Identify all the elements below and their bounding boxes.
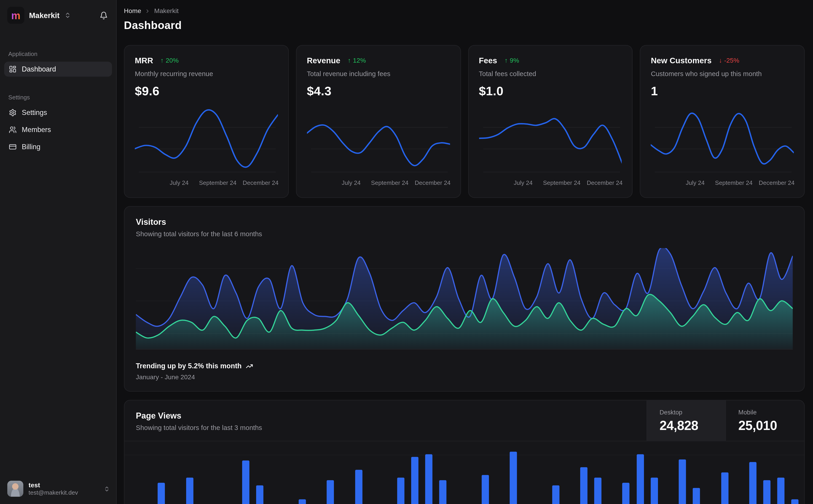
stat-card-fees: Fees ↑9% Total fees collected $1.0 July … <box>468 45 633 198</box>
stat-subtitle: Monthly recurring revenue <box>135 70 278 78</box>
bar <box>327 480 334 504</box>
sparkline-chart <box>651 103 794 175</box>
bar <box>256 485 264 504</box>
bar <box>651 477 658 504</box>
section-label-settings: Settings <box>0 94 116 101</box>
chevrons-up-down-icon[interactable] <box>64 12 71 19</box>
bars-container <box>130 441 799 504</box>
main-content: Home Makerkit Dashboard MRR ↑20% Monthly… <box>117 0 813 504</box>
user-menu[interactable]: test test@makerkit.dev <box>0 475 116 504</box>
nav-settings: Settings Members Billing <box>0 105 116 154</box>
arrow-down-icon: ↓ <box>719 57 722 64</box>
stat-card-new-customers: New Customers ↓-25% Customers who signed… <box>640 45 805 198</box>
stat-delta-up: ↑9% <box>504 57 519 64</box>
bar <box>580 467 587 504</box>
bar <box>299 499 306 504</box>
bar <box>425 454 433 504</box>
users-icon <box>9 126 17 134</box>
sparkline-x-axis: July 24September 24December 24 <box>307 180 450 189</box>
toggle-mobile[interactable]: Mobile 25,010 <box>725 401 804 441</box>
stat-title: MRR <box>135 56 153 65</box>
sidebar-item-members[interactable]: Members <box>4 122 112 137</box>
bar <box>623 483 630 504</box>
breadcrumb: Home Makerkit <box>124 7 805 15</box>
sidebar-item-label: Settings <box>22 109 47 117</box>
bar <box>721 472 728 504</box>
arrow-up-icon: ↑ <box>160 57 163 64</box>
workspace-name: Makerkit <box>29 11 59 19</box>
stat-delta-up: ↑20% <box>160 57 178 64</box>
bar <box>510 452 517 504</box>
page-views-panel: Page Views Showing total visitors for th… <box>124 400 805 504</box>
sparkline-x-axis: July 24September 24December 24 <box>651 180 794 189</box>
user-email: test@makerkit.dev <box>29 490 78 496</box>
app-root: m Makerkit Application Dashboard Setting… <box>0 0 813 504</box>
bar <box>186 477 193 504</box>
bar <box>763 480 770 504</box>
bar <box>792 499 799 504</box>
page-title: Dashboard <box>124 19 805 32</box>
breadcrumb-home[interactable]: Home <box>124 7 141 15</box>
bar <box>679 459 686 504</box>
bar <box>482 475 489 504</box>
page-views-title: Page Views <box>136 411 635 421</box>
sidebar-item-billing[interactable]: Billing <box>4 139 112 154</box>
desktop-value: 24,828 <box>660 418 725 433</box>
gear-icon <box>9 109 17 117</box>
bar <box>777 477 785 504</box>
toggle-desktop[interactable]: Desktop 24,828 <box>647 401 725 441</box>
avatar <box>7 481 23 497</box>
sidebar: m Makerkit Application Dashboard Setting… <box>0 0 117 504</box>
bar <box>749 462 757 504</box>
breadcrumb-current: Makerkit <box>154 7 178 15</box>
stat-card-revenue: Revenue ↑12% Total revenue including fee… <box>296 45 461 198</box>
sparkline-x-axis: July 24September 24December 24 <box>135 180 278 189</box>
sparkline-chart <box>479 103 622 175</box>
stat-subtitle: Total revenue including fees <box>307 70 450 78</box>
visitors-panel: Visitors Showing total visitors for the … <box>124 206 805 392</box>
sparkline-chart <box>307 103 450 175</box>
visitors-subtitle: Showing total visitors for the last 6 mo… <box>136 230 793 238</box>
chevrons-up-down-icon <box>104 486 110 492</box>
visitors-trend-line: Trending up by 5.2% this month <box>136 362 793 370</box>
bar <box>594 477 602 504</box>
sparkline-chart <box>135 103 278 175</box>
page-views-header: Page Views Showing total visitors for th… <box>124 401 804 441</box>
stat-card-mrr: MRR ↑20% Monthly recurring revenue $9.6 … <box>124 45 289 198</box>
stat-cards-row: MRR ↑20% Monthly recurring revenue $9.6 … <box>124 45 805 198</box>
bar <box>355 470 362 504</box>
bar <box>552 485 559 504</box>
nav-application: Dashboard <box>0 62 116 77</box>
bell-icon[interactable] <box>98 10 109 20</box>
user-meta: test test@makerkit.dev <box>29 482 78 496</box>
bar <box>397 477 405 504</box>
stat-title: Fees <box>479 56 497 65</box>
page-views-subtitle: Showing total visitors for the last 3 mo… <box>136 424 635 432</box>
arrow-up-icon: ↑ <box>348 57 351 64</box>
bar <box>637 454 644 504</box>
sidebar-item-dashboard[interactable]: Dashboard <box>4 62 112 77</box>
stat-delta-up: ↑12% <box>348 57 366 64</box>
desktop-label: Desktop <box>660 409 725 416</box>
bar <box>158 483 165 504</box>
stat-value: $1.0 <box>479 84 622 98</box>
arrow-up-icon: ↑ <box>504 57 508 64</box>
trending-up-icon <box>246 362 253 370</box>
bar <box>411 457 418 504</box>
makerkit-logo: m <box>7 7 24 24</box>
bar <box>693 488 700 504</box>
visitors-area-chart <box>136 248 793 350</box>
chevron-right-icon <box>145 8 150 14</box>
mobile-label: Mobile <box>739 409 804 416</box>
visitors-date-range: January - June 2024 <box>136 374 793 381</box>
logo-letter: m <box>11 10 20 20</box>
stat-subtitle: Customers who signed up this month <box>651 70 794 78</box>
page-views-bar-chart <box>124 441 804 504</box>
visitors-title: Visitors <box>136 218 793 227</box>
sidebar-item-settings[interactable]: Settings <box>4 105 112 120</box>
bar <box>242 461 250 504</box>
stat-title: New Customers <box>651 56 712 65</box>
stat-value: $9.6 <box>135 84 278 98</box>
workspace-row: m Makerkit <box>0 0 116 29</box>
stat-delta-down: ↓-25% <box>719 57 739 64</box>
